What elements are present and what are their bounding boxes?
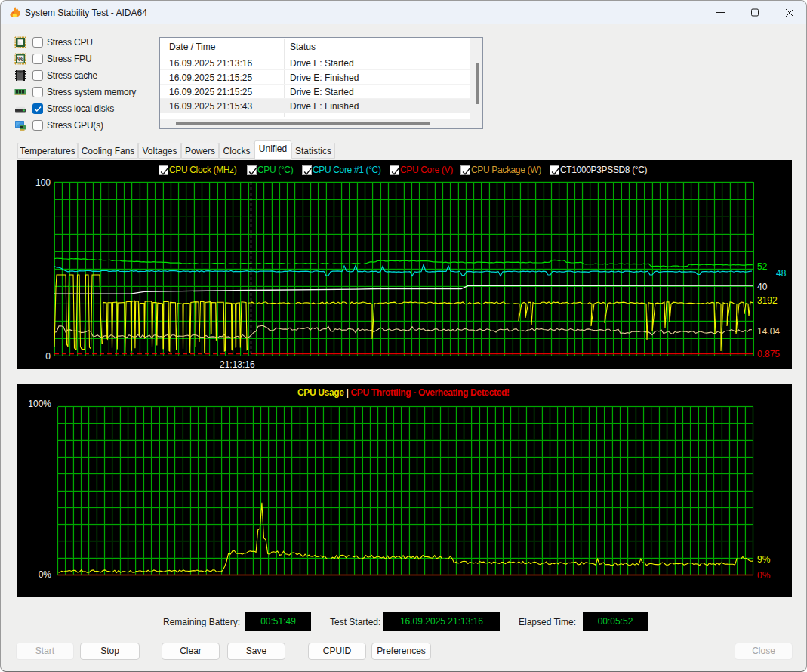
svg-text:%: % — [17, 54, 24, 63]
